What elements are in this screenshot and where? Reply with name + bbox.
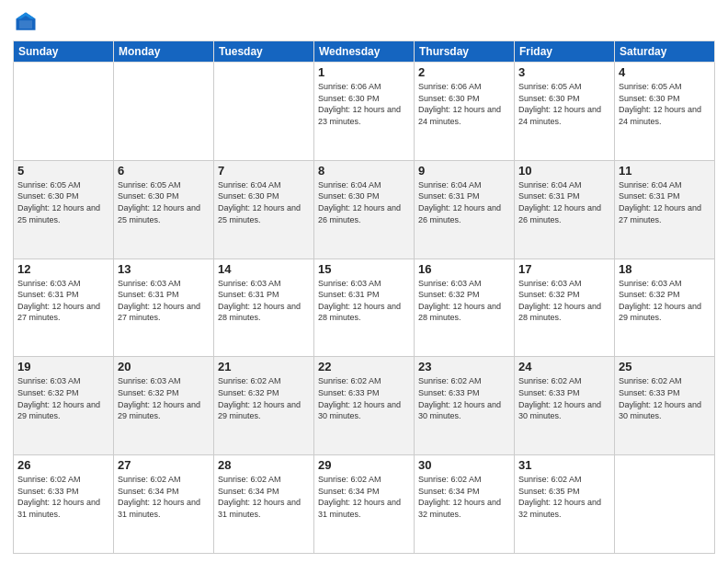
page: SundayMondayTuesdayWednesdayThursdayFrid… (0, 0, 728, 563)
cell-info: Sunrise: 6:02 AM Sunset: 6:34 PM Dayligh… (218, 474, 310, 520)
cell-info: Sunrise: 6:02 AM Sunset: 6:34 PM Dayligh… (418, 474, 510, 520)
day-number: 23 (418, 360, 510, 373)
calendar-cell: 18Sunrise: 6:03 AM Sunset: 6:32 PM Dayli… (615, 259, 715, 357)
cell-info: Sunrise: 6:02 AM Sunset: 6:32 PM Dayligh… (218, 375, 310, 421)
weekday-thursday: Thursday (415, 41, 515, 63)
cell-info: Sunrise: 6:03 AM Sunset: 6:31 PM Dayligh… (118, 278, 210, 324)
day-number: 19 (17, 360, 109, 373)
calendar-cell: 23Sunrise: 6:02 AM Sunset: 6:33 PM Dayli… (415, 357, 515, 455)
week-row-1: 5Sunrise: 6:05 AM Sunset: 6:30 PM Daylig… (14, 160, 715, 259)
calendar-cell: 24Sunrise: 6:02 AM Sunset: 6:33 PM Dayli… (515, 357, 615, 455)
cell-info: Sunrise: 6:02 AM Sunset: 6:33 PM Dayligh… (418, 375, 510, 421)
day-number: 22 (318, 360, 410, 373)
day-number: 7 (218, 164, 310, 178)
calendar-cell: 2Sunrise: 6:06 AM Sunset: 6:30 PM Daylig… (415, 63, 515, 161)
cell-info: Sunrise: 6:04 AM Sunset: 6:31 PM Dayligh… (418, 179, 510, 225)
week-row-3: 19Sunrise: 6:03 AM Sunset: 6:32 PM Dayli… (14, 357, 715, 455)
day-number: 12 (17, 262, 109, 276)
calendar-cell: 5Sunrise: 6:05 AM Sunset: 6:30 PM Daylig… (14, 160, 114, 259)
calendar-cell (615, 455, 715, 554)
weekday-friday: Friday (515, 41, 615, 63)
calendar-cell: 3Sunrise: 6:05 AM Sunset: 6:30 PM Daylig… (515, 63, 615, 161)
weekday-tuesday: Tuesday (214, 41, 314, 63)
calendar-cell: 11Sunrise: 6:04 AM Sunset: 6:31 PM Dayli… (615, 160, 715, 259)
cell-info: Sunrise: 6:04 AM Sunset: 6:31 PM Dayligh… (619, 179, 711, 225)
day-number: 8 (318, 164, 410, 178)
day-number: 4 (619, 65, 711, 79)
weekday-sunday: Sunday (14, 41, 114, 63)
day-number: 11 (619, 164, 711, 178)
cell-info: Sunrise: 6:03 AM Sunset: 6:32 PM Dayligh… (619, 278, 711, 324)
svg-rect-2 (19, 20, 32, 29)
logo (13, 9, 42, 35)
cell-info: Sunrise: 6:03 AM Sunset: 6:32 PM Dayligh… (118, 375, 210, 421)
calendar-table: SundayMondayTuesdayWednesdayThursdayFrid… (13, 40, 715, 554)
calendar-cell: 22Sunrise: 6:02 AM Sunset: 6:33 PM Dayli… (314, 357, 415, 455)
day-number: 25 (619, 360, 711, 373)
day-number: 29 (318, 458, 410, 472)
cell-info: Sunrise: 6:04 AM Sunset: 6:31 PM Dayligh… (518, 179, 610, 225)
calendar-cell: 15Sunrise: 6:03 AM Sunset: 6:31 PM Dayli… (314, 259, 415, 357)
calendar-cell: 10Sunrise: 6:04 AM Sunset: 6:31 PM Dayli… (515, 160, 615, 259)
day-number: 17 (518, 262, 610, 276)
logo-icon (13, 9, 39, 35)
day-number: 5 (17, 164, 109, 178)
calendar-cell: 20Sunrise: 6:03 AM Sunset: 6:32 PM Dayli… (114, 357, 214, 455)
day-number: 26 (17, 458, 109, 472)
cell-info: Sunrise: 6:04 AM Sunset: 6:30 PM Dayligh… (318, 179, 410, 225)
calendar-cell: 7Sunrise: 6:04 AM Sunset: 6:30 PM Daylig… (214, 160, 314, 259)
day-number: 3 (518, 65, 610, 79)
calendar-cell: 4Sunrise: 6:05 AM Sunset: 6:30 PM Daylig… (615, 63, 715, 161)
day-number: 31 (518, 458, 610, 472)
header (13, 9, 715, 35)
calendar-cell: 26Sunrise: 6:02 AM Sunset: 6:33 PM Dayli… (14, 455, 114, 554)
day-number: 10 (518, 164, 610, 178)
calendar-cell: 9Sunrise: 6:04 AM Sunset: 6:31 PM Daylig… (415, 160, 515, 259)
calendar-cell: 28Sunrise: 6:02 AM Sunset: 6:34 PM Dayli… (214, 455, 314, 554)
calendar-cell: 30Sunrise: 6:02 AM Sunset: 6:34 PM Dayli… (415, 455, 515, 554)
cell-info: Sunrise: 6:03 AM Sunset: 6:32 PM Dayligh… (518, 278, 610, 324)
cell-info: Sunrise: 6:03 AM Sunset: 6:31 PM Dayligh… (17, 278, 109, 324)
cell-info: Sunrise: 6:02 AM Sunset: 6:35 PM Dayligh… (518, 474, 610, 520)
day-number: 6 (118, 164, 210, 178)
day-number: 30 (418, 458, 510, 472)
day-number: 9 (418, 164, 510, 178)
cell-info: Sunrise: 6:03 AM Sunset: 6:32 PM Dayligh… (17, 375, 109, 421)
calendar-cell: 29Sunrise: 6:02 AM Sunset: 6:34 PM Dayli… (314, 455, 415, 554)
cell-info: Sunrise: 6:02 AM Sunset: 6:33 PM Dayligh… (17, 474, 109, 520)
day-number: 27 (118, 458, 210, 472)
cell-info: Sunrise: 6:03 AM Sunset: 6:32 PM Dayligh… (418, 278, 510, 324)
calendar-cell: 14Sunrise: 6:03 AM Sunset: 6:31 PM Dayli… (214, 259, 314, 357)
cell-info: Sunrise: 6:04 AM Sunset: 6:30 PM Dayligh… (218, 179, 310, 225)
calendar-cell: 27Sunrise: 6:02 AM Sunset: 6:34 PM Dayli… (114, 455, 214, 554)
calendar-cell: 12Sunrise: 6:03 AM Sunset: 6:31 PM Dayli… (14, 259, 114, 357)
calendar-cell (14, 63, 114, 161)
cell-info: Sunrise: 6:02 AM Sunset: 6:33 PM Dayligh… (318, 375, 410, 421)
calendar-cell: 31Sunrise: 6:02 AM Sunset: 6:35 PM Dayli… (515, 455, 615, 554)
weekday-saturday: Saturday (615, 41, 715, 63)
calendar-cell (214, 63, 314, 161)
week-row-0: 1Sunrise: 6:06 AM Sunset: 6:30 PM Daylig… (14, 63, 715, 161)
day-number: 28 (218, 458, 310, 472)
day-number: 14 (218, 262, 310, 276)
calendar-cell: 21Sunrise: 6:02 AM Sunset: 6:32 PM Dayli… (214, 357, 314, 455)
day-number: 24 (518, 360, 610, 373)
day-number: 21 (218, 360, 310, 373)
cell-info: Sunrise: 6:05 AM Sunset: 6:30 PM Dayligh… (118, 179, 210, 225)
cell-info: Sunrise: 6:02 AM Sunset: 6:33 PM Dayligh… (619, 375, 711, 421)
cell-info: Sunrise: 6:03 AM Sunset: 6:31 PM Dayligh… (218, 278, 310, 324)
calendar-cell: 1Sunrise: 6:06 AM Sunset: 6:30 PM Daylig… (314, 63, 415, 161)
weekday-wednesday: Wednesday (314, 41, 415, 63)
cell-info: Sunrise: 6:06 AM Sunset: 6:30 PM Dayligh… (318, 81, 410, 127)
calendar-cell: 25Sunrise: 6:02 AM Sunset: 6:33 PM Dayli… (615, 357, 715, 455)
cell-info: Sunrise: 6:05 AM Sunset: 6:30 PM Dayligh… (17, 179, 109, 225)
week-row-2: 12Sunrise: 6:03 AM Sunset: 6:31 PM Dayli… (14, 259, 715, 357)
day-number: 2 (418, 65, 510, 79)
cell-info: Sunrise: 6:06 AM Sunset: 6:30 PM Dayligh… (418, 81, 510, 127)
cell-info: Sunrise: 6:02 AM Sunset: 6:34 PM Dayligh… (118, 474, 210, 520)
weekday-header-row: SundayMondayTuesdayWednesdayThursdayFrid… (14, 41, 715, 63)
cell-info: Sunrise: 6:03 AM Sunset: 6:31 PM Dayligh… (318, 278, 410, 324)
day-number: 20 (118, 360, 210, 373)
calendar-cell: 13Sunrise: 6:03 AM Sunset: 6:31 PM Dayli… (114, 259, 214, 357)
day-number: 13 (118, 262, 210, 276)
